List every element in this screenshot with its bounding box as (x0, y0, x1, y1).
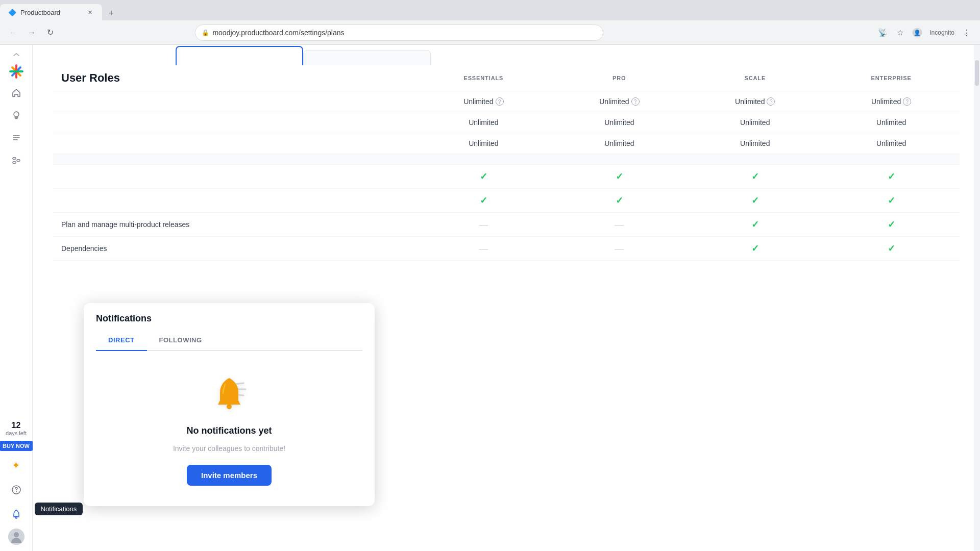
essentials-cell: — (415, 213, 551, 237)
plan-cards-partial (33, 45, 980, 65)
sidebar-item-ai[interactable]: ✦ (6, 455, 27, 475)
browser-chrome: 🔷 Productboard ✕ + ← → ↻ 🔒 moodjoy.produ… (0, 0, 980, 45)
url-text: moodjoy.productboard.com/settings/plans (212, 29, 344, 37)
feature-cell (53, 91, 415, 112)
user-avatar[interactable] (8, 529, 24, 545)
check-icon: ✓ (888, 195, 895, 206)
unlimited-text: Unlimited (469, 139, 498, 147)
unlimited-text: Unlimited (740, 139, 770, 147)
app-logo[interactable] (7, 62, 26, 81)
check-icon: ✓ (616, 171, 623, 182)
selected-plan-card[interactable] (176, 46, 303, 65)
section-col (687, 154, 823, 165)
address-bar[interactable]: 🔒 moodjoy.productboard.com/settings/plan… (195, 24, 603, 41)
enterprise-cell: ✓ (823, 213, 960, 237)
essentials-column-header: ESSENTIALS (415, 65, 551, 91)
content-area: User Roles ESSENTIALS PRO SCALE ENTERPRI… (33, 65, 980, 261)
notifications-empty-illustration (206, 371, 252, 417)
notifications-tab-following[interactable]: FOLLOWING (147, 332, 214, 351)
check-icon: ✓ (751, 195, 759, 206)
sidebar-item-help[interactable] (6, 480, 27, 500)
forward-button[interactable]: → (24, 26, 39, 40)
scrollbar-track[interactable] (974, 45, 980, 551)
lock-icon: 🔒 (202, 29, 209, 36)
section-label (53, 154, 415, 165)
tab-close-button[interactable]: ✕ (86, 8, 94, 16)
info-icon[interactable]: ? (767, 97, 775, 106)
profile-button[interactable]: 👤 (910, 26, 924, 40)
menu-button[interactable]: ⋮ (960, 26, 974, 40)
reload-button[interactable]: ↻ (43, 26, 57, 40)
scale-cell: ✓ (687, 237, 823, 261)
check-icon: ✓ (751, 219, 759, 230)
sidebar-item-roadmap[interactable] (6, 150, 27, 170)
notifications-empty-subtitle: Invite your colleagues to contribute! (173, 444, 285, 453)
plans-table: User Roles ESSENTIALS PRO SCALE ENTERPRI… (53, 65, 960, 261)
svg-rect-12 (17, 160, 20, 161)
table-row: ✓ ✓ ✓ ✓ (53, 165, 960, 189)
svg-text:👤: 👤 (914, 29, 921, 36)
scale-cell: Unlimited (687, 133, 823, 154)
cast-button[interactable]: 📡 (875, 26, 890, 40)
section-col (823, 154, 960, 165)
pro-cell: Unlimited? (551, 91, 687, 112)
unlimited-text: Unlimited (599, 97, 629, 106)
scale-cell: Unlimited? (687, 91, 823, 112)
unlimited-text: Unlimited (463, 97, 493, 106)
active-tab: 🔷 Productboard ✕ (0, 4, 102, 20)
enterprise-cell: ✓ (823, 237, 960, 261)
essentials-cell: Unlimited (415, 112, 551, 133)
sidebar-bottom: 12 days left BUY NOW ✦ Notifications (0, 420, 34, 545)
notifications-tab-direct[interactable]: DIRECT (96, 332, 147, 351)
new-tab-button[interactable]: + (104, 6, 118, 20)
table-row: Dependencies — — ✓ ✓ (53, 237, 960, 261)
back-button[interactable]: ← (6, 26, 20, 40)
feature-cell: Plan and manage multi-product releases (53, 213, 415, 237)
sidebar-item-ideas[interactable] (6, 105, 27, 126)
svg-rect-13 (13, 162, 16, 163)
main-content: User Roles ESSENTIALS PRO SCALE ENTERPRI… (33, 45, 980, 551)
table-row: Unlimited Unlimited Unlimited Unlimited (53, 133, 960, 154)
section-separator-row (53, 154, 960, 165)
unlimited-text: Unlimited (469, 118, 498, 127)
sidebar: 12 days left BUY NOW ✦ Notifications (0, 45, 33, 551)
unlimited-text: Unlimited (876, 118, 906, 127)
enterprise-cell: Unlimited (823, 112, 960, 133)
sidebar-item-notifications[interactable]: Notifications (6, 504, 27, 524)
check-icon: ✓ (888, 219, 895, 230)
enterprise-cell: Unlimited (823, 133, 960, 154)
bell-illustration (209, 374, 250, 415)
unlimited-text: Unlimited (604, 118, 634, 127)
svg-point-10 (14, 112, 19, 117)
info-icon[interactable]: ? (631, 97, 640, 106)
check-icon: ✓ (480, 171, 487, 182)
unselected-plan-card[interactable] (303, 50, 431, 65)
unlimited-text: Unlimited (604, 139, 634, 147)
table-row: ✓ ✓ ✓ ✓ (53, 189, 960, 213)
scale-cell: ✓ (687, 189, 823, 213)
feature-cell (53, 112, 415, 133)
scale-cell: Unlimited (687, 112, 823, 133)
check-icon: ✓ (751, 171, 759, 182)
scale-cell: ✓ (687, 165, 823, 189)
enterprise-column-header: ENTERPRISE (823, 65, 960, 91)
pro-cell: Unlimited (551, 133, 687, 154)
info-icon[interactable]: ? (903, 97, 911, 106)
bookmark-button[interactable]: ☆ (893, 26, 907, 40)
invite-members-button[interactable]: Invite members (187, 465, 272, 486)
days-left-label: days left (6, 430, 27, 436)
toolbar-actions: 📡 ☆ 👤 Incognito ⋮ (875, 26, 974, 40)
notifications-tooltip: Notifications (35, 503, 83, 515)
essentials-cell: ✓ (415, 189, 551, 213)
buy-now-button[interactable]: BUY NOW (0, 441, 34, 451)
scrollbar-thumb[interactable] (975, 60, 979, 86)
svg-rect-11 (13, 158, 16, 159)
info-icon[interactable]: ? (496, 97, 504, 106)
dash-icon: — (615, 219, 624, 230)
feature-column-header: User Roles (53, 65, 415, 91)
dash-icon: — (479, 219, 488, 230)
incognito-label: Incognito (929, 29, 954, 36)
days-left-counter: 12 days left (6, 420, 27, 437)
sidebar-item-features[interactable] (6, 128, 27, 148)
sidebar-item-home[interactable] (6, 83, 27, 103)
